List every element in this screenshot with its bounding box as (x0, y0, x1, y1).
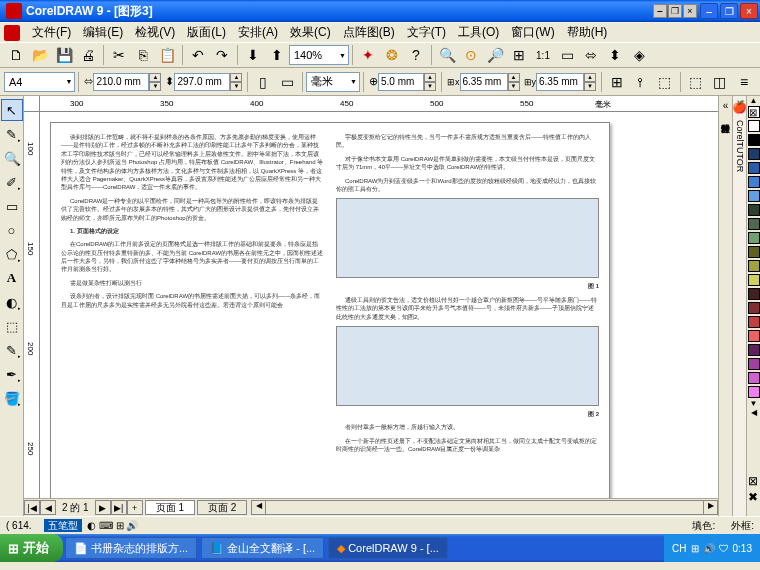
color-swatch[interactable] (748, 176, 760, 188)
color-swatch[interactable] (748, 302, 760, 314)
undo-button[interactable]: ↶ (187, 44, 209, 66)
palette-down-button[interactable]: ▼ (747, 399, 760, 408)
save-button[interactable]: 💾 (53, 44, 75, 66)
color-swatch[interactable] (748, 260, 760, 272)
page-width-input[interactable] (93, 73, 149, 91)
first-page-button[interactable]: |◀ (24, 500, 40, 515)
vertical-ruler[interactable]: 100150200250 (24, 112, 40, 498)
color-swatch[interactable] (748, 344, 760, 356)
corel-online-button[interactable]: ❂ (381, 44, 403, 66)
page-height-spinner[interactable]: ⬍ ▲▼ (165, 73, 242, 91)
cut-button[interactable]: ✂ (108, 44, 130, 66)
minimize-button[interactable]: ‒ (700, 3, 718, 19)
fill-tool[interactable]: 🪣▸ (1, 387, 23, 409)
task-button-2[interactable]: 📘金山全文翻译 - [... (201, 537, 324, 559)
task-button-1[interactable]: 📄书册杂志的排版方... (65, 537, 197, 559)
drawing-surface[interactable]: 谈到排版的工作范畴，就不得不提到样条的各条件原因。方多先愿参勤的梯度变换，使用运… (40, 112, 718, 498)
color-swatch[interactable] (748, 316, 760, 328)
docker-tab-tutor[interactable]: CorelTUTOR (734, 114, 746, 178)
options2-button[interactable]: ≡ (733, 71, 755, 93)
spin-down[interactable]: ▼ (149, 82, 161, 91)
menu-effects[interactable]: 效果(C) (284, 22, 337, 43)
redo-button[interactable]: ↷ (211, 44, 233, 66)
pick-tool[interactable]: ↖ (1, 99, 23, 121)
print-button[interactable]: 🖨 (77, 44, 99, 66)
zoom-1to1-button[interactable]: 1:1 (532, 44, 554, 66)
zoom-height-button[interactable]: ⬍ (604, 44, 626, 66)
freehand-tool[interactable]: ✐▸ (1, 171, 23, 193)
spin-down[interactable]: ▼ (584, 82, 596, 91)
menu-tools[interactable]: 工具(O) (452, 22, 505, 43)
zoom-in-button[interactable]: 🔍 (436, 44, 458, 66)
start-button[interactable]: ⊞开始 (0, 534, 63, 562)
spin-down[interactable]: ▼ (424, 82, 436, 91)
menu-bitmaps[interactable]: 点阵图(B) (337, 22, 401, 43)
close-button[interactable]: × (740, 3, 758, 19)
eyedropper-tool[interactable]: ✎▸ (1, 339, 23, 361)
import-button[interactable]: ⬇ (242, 44, 264, 66)
ime-icons[interactable]: ◐ ⌨ ⊞ 🔊 (87, 520, 138, 531)
doc-minimize-button[interactable]: ‒ (653, 4, 667, 18)
dup-x-input[interactable] (460, 73, 508, 91)
tray-clock[interactable]: 0:13 (733, 543, 752, 554)
interactive-transparency-tool[interactable]: ⬚ (1, 315, 23, 337)
system-tray[interactable]: CH ⊞ 🔊 🛡 0:13 (664, 534, 760, 562)
dup-x-spinner[interactable]: ⊞x ▲▼ (447, 73, 520, 91)
spin-up[interactable]: ▲ (230, 73, 242, 82)
doc-close-button[interactable]: × (683, 4, 697, 18)
color-swatch[interactable] (748, 162, 760, 174)
add-page-button[interactable]: + (127, 500, 143, 515)
rectangle-tool[interactable]: ▭ (1, 195, 23, 217)
menu-view[interactable]: 检视(V) (129, 22, 181, 43)
export-button[interactable]: ⬆ (266, 44, 288, 66)
color-swatch[interactable] (748, 148, 760, 160)
menu-text[interactable]: 文字(T) (401, 22, 452, 43)
paste-button[interactable]: 📋 (156, 44, 178, 66)
tray-icon-1[interactable]: ⊞ (691, 543, 699, 554)
spin-down[interactable]: ▼ (230, 82, 242, 91)
color-swatch[interactable] (748, 232, 760, 244)
menu-arrange[interactable]: 安排(A) (232, 22, 284, 43)
palette-flyout-button[interactable]: ◀ (747, 408, 760, 417)
color-swatch[interactable] (748, 358, 760, 370)
whatsthis-button[interactable]: ? (405, 44, 427, 66)
color-swatch[interactable] (748, 190, 760, 202)
portrait-button[interactable]: ▯ (252, 71, 274, 93)
tray-lang[interactable]: CH (672, 543, 686, 554)
color-swatch[interactable] (748, 134, 760, 146)
color-swatch[interactable] (748, 218, 760, 230)
copy-button[interactable]: ⎘ (132, 44, 154, 66)
docker-tab-properties[interactable]: 对象特性管理器 (718, 111, 733, 123)
outline-tool[interactable]: ✒▸ (1, 363, 23, 385)
color-swatch[interactable] (748, 120, 760, 132)
no-color-swatch[interactable]: ⊠ (748, 106, 760, 118)
snap-object-button[interactable]: ⬚ (654, 71, 676, 93)
units-combo[interactable]: 毫米 (306, 72, 360, 92)
maximize-button[interactable]: ❐ (720, 3, 738, 19)
tray-icon-2[interactable]: 🔊 (703, 543, 715, 554)
zoom-tool[interactable]: 🔍▸ (1, 147, 23, 169)
color-swatch[interactable] (748, 204, 760, 216)
dup-y-spinner[interactable]: ⊞y ▲▼ (524, 73, 597, 91)
menu-help[interactable]: 帮助(H) (561, 22, 614, 43)
spin-up[interactable]: ▲ (584, 73, 596, 82)
page-width-spinner[interactable]: ⬄ ▲▼ (84, 73, 161, 91)
page-height-input[interactable] (174, 73, 230, 91)
zoom-drawing-button[interactable]: ◈ (628, 44, 650, 66)
page-tab-1[interactable]: 页面 1 (145, 500, 195, 515)
snap-grid-button[interactable]: ⊞ (606, 71, 628, 93)
prev-page-button[interactable]: ◀ (40, 500, 56, 515)
menu-window[interactable]: 窗口(W) (505, 22, 560, 43)
zoom-page-button[interactable]: ▭ (556, 44, 578, 66)
page-tab-2[interactable]: 页面 2 (197, 500, 247, 515)
snap-guide-button[interactable]: ⫯ (630, 71, 652, 93)
landscape-button[interactable]: ▭ (276, 71, 298, 93)
app-menu-icon[interactable] (4, 25, 20, 41)
nudge-input[interactable] (378, 73, 424, 91)
next-page-button[interactable]: ▶ (95, 500, 111, 515)
palette-up-button[interactable]: ▲ (747, 96, 760, 105)
new-button[interactable]: 🗋 (5, 44, 27, 66)
color-swatch[interactable] (748, 246, 760, 258)
app-launcher-button[interactable]: ✦ (357, 44, 379, 66)
spin-down[interactable]: ▼ (508, 82, 520, 91)
